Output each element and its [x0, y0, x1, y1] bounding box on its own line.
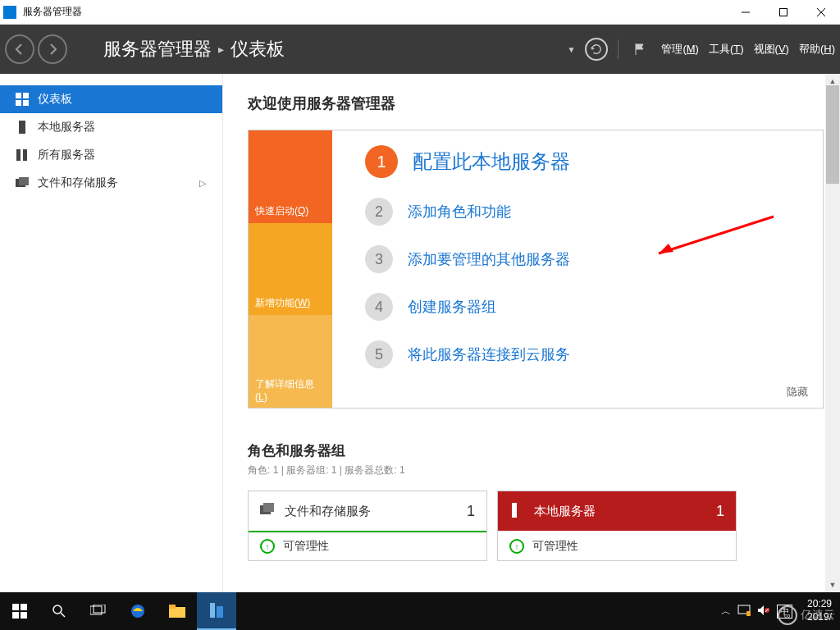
svg-rect-16: [263, 503, 274, 512]
window-controls: [727, 0, 840, 25]
welcome-panel: 快速启动(Q) 新增功能(W) 了解详细信息(L) 1 配置此本地服务器 2 添…: [248, 130, 824, 409]
step-configure-server[interactable]: 1 配置此本地服务器: [365, 145, 803, 178]
svg-rect-32: [746, 611, 751, 616]
breadcrumb: 服务器管理器 ▸ 仪表板: [103, 37, 285, 62]
menu-manage[interactable]: 管理(M): [661, 42, 699, 57]
svg-rect-1: [780, 8, 788, 16]
tile-quickstart[interactable]: 快速启动(Q): [249, 130, 332, 223]
task-view-button[interactable]: [79, 592, 118, 630]
tile-whatsnew[interactable]: 新增功能(W): [249, 223, 332, 316]
welcome-steps: 1 配置此本地服务器 2 添加角色和功能 3 添加要管理的其他服务器 4 创建服…: [332, 130, 823, 408]
welcome-title: 欢迎使用服务器管理器: [248, 94, 824, 113]
step-add-servers[interactable]: 3 添加要管理的其他服务器: [365, 245, 803, 273]
servers-icon: [15, 148, 30, 162]
menu-tools[interactable]: 工具(T): [709, 42, 744, 57]
tile-title: 文件和存储服务: [285, 504, 371, 519]
hide-link[interactable]: 隐藏: [787, 385, 808, 399]
tile-local-server[interactable]: 本地服务器 1 ↑ 可管理性: [497, 491, 737, 561]
svg-rect-5: [23, 93, 29, 98]
svg-rect-17: [512, 503, 517, 518]
search-button[interactable]: [39, 592, 79, 630]
app-icon: [3, 6, 16, 19]
storage-icon: [15, 176, 30, 190]
maximize-button[interactable]: [765, 0, 802, 25]
tile-label: 新增功能(W): [255, 296, 310, 310]
breadcrumb-page[interactable]: 仪表板: [231, 37, 285, 62]
volume-icon[interactable]: [757, 605, 770, 619]
step-connect-cloud[interactable]: 5 将此服务器连接到云服务: [365, 340, 803, 368]
status-ok-icon: ↑: [260, 539, 275, 554]
dashboard-icon: [15, 92, 30, 107]
forward-button[interactable]: [38, 34, 67, 64]
welcome-left-tiles: 快速启动(Q) 新增功能(W) 了解详细信息(L): [249, 130, 332, 408]
menu-help[interactable]: 帮助(H): [799, 42, 835, 57]
sidebar: 仪表板 本地服务器 所有服务器 文件和存储服务 ▷: [0, 74, 223, 592]
svg-rect-8: [19, 121, 25, 134]
content-area: ▲ ▼ 欢迎使用服务器管理器 快速启动(Q) 新增功能(W) 了解详细信息(L)…: [223, 74, 840, 592]
svg-rect-4: [16, 93, 21, 98]
scrollbar[interactable]: ▲ ▼: [825, 74, 840, 592]
svg-rect-19: [21, 604, 27, 610]
dropdown-icon[interactable]: ▼: [567, 45, 575, 54]
tile-count: 1: [716, 503, 724, 520]
step-text: 添加要管理的其他服务器: [408, 249, 570, 269]
step-add-roles[interactable]: 2 添加角色和功能: [365, 198, 803, 226]
svg-rect-12: [19, 177, 29, 185]
network-icon[interactable]: [737, 605, 751, 619]
status-ok-icon: ↑: [509, 539, 524, 554]
storage-icon: [260, 503, 276, 519]
step-number: 5: [365, 340, 393, 368]
step-number: 2: [365, 198, 393, 226]
scroll-down-icon[interactable]: ▼: [825, 578, 840, 592]
step-create-group[interactable]: 4 创建服务器组: [365, 293, 803, 321]
close-button[interactable]: [802, 0, 840, 25]
refresh-icon[interactable]: [585, 38, 608, 61]
tile-file-storage[interactable]: 文件和存储服务 1 ↑ 可管理性: [248, 491, 487, 561]
taskbar-explorer[interactable]: [158, 592, 197, 630]
svg-rect-7: [23, 100, 29, 106]
tile-row-manageability[interactable]: ↑ 可管理性: [249, 532, 486, 560]
tile-row-label: 可管理性: [532, 539, 578, 554]
tile-row-manageability[interactable]: ↑ 可管理性: [498, 532, 736, 560]
server-icon: [509, 503, 526, 519]
tray-chevron-icon[interactable]: ︿: [721, 605, 731, 619]
main-area: 仪表板 本地服务器 所有服务器 文件和存储服务 ▷ ▲ ▼ 欢迎使用服务器管理器…: [0, 74, 840, 592]
step-text: 添加角色和功能: [408, 202, 511, 221]
taskbar-server-manager[interactable]: [197, 592, 236, 630]
window-title: 服务器管理器: [23, 5, 82, 19]
sidebar-item-label: 文件和存储服务: [38, 176, 118, 190]
sidebar-item-label: 所有服务器: [38, 148, 95, 162]
sidebar-item-dashboard[interactable]: 仪表板: [0, 85, 222, 113]
breadcrumb-root[interactable]: 服务器管理器: [103, 37, 212, 62]
step-number: 3: [365, 245, 393, 273]
svg-rect-30: [217, 606, 223, 618]
watermark: ∞ 亿速云: [778, 605, 835, 625]
watermark-text: 亿速云: [801, 608, 835, 623]
minimize-button[interactable]: [727, 0, 765, 25]
window-titlebar: 服务器管理器: [0, 0, 840, 25]
tile-title: 本地服务器: [534, 504, 596, 519]
step-text: 将此服务器连接到云服务: [408, 345, 570, 364]
roles-section-title: 角色和服务器组: [248, 441, 824, 460]
svg-rect-10: [23, 149, 27, 161]
tile-label: 快速启动(Q): [255, 204, 308, 218]
scroll-thumb[interactable]: [826, 85, 839, 184]
svg-rect-21: [21, 612, 27, 619]
header-tools: ▼ 管理(M) 工具(T) 视图(V) 帮助(H): [567, 38, 835, 61]
svg-rect-9: [16, 149, 21, 161]
start-button[interactable]: [0, 592, 39, 630]
svg-rect-18: [12, 604, 19, 610]
tile-row-label: 可管理性: [283, 539, 329, 554]
sidebar-item-file-storage[interactable]: 文件和存储服务 ▷: [0, 169, 222, 197]
menu-view[interactable]: 视图(V): [754, 42, 789, 57]
tile-learnmore[interactable]: 了解详细信息(L): [249, 315, 332, 408]
sidebar-item-label: 仪表板: [38, 92, 72, 107]
tile-header: 文件和存储服务 1: [249, 491, 486, 531]
sidebar-item-all-servers[interactable]: 所有服务器: [0, 141, 222, 169]
taskbar-ie[interactable]: [118, 592, 158, 630]
svg-rect-29: [210, 603, 215, 618]
flag-icon[interactable]: [628, 38, 651, 61]
roles-tiles: 文件和存储服务 1 ↑ 可管理性 本地服务器 1 ↑ 可管理性: [248, 491, 824, 561]
sidebar-item-local-server[interactable]: 本地服务器: [0, 113, 222, 141]
back-button[interactable]: [5, 34, 34, 64]
